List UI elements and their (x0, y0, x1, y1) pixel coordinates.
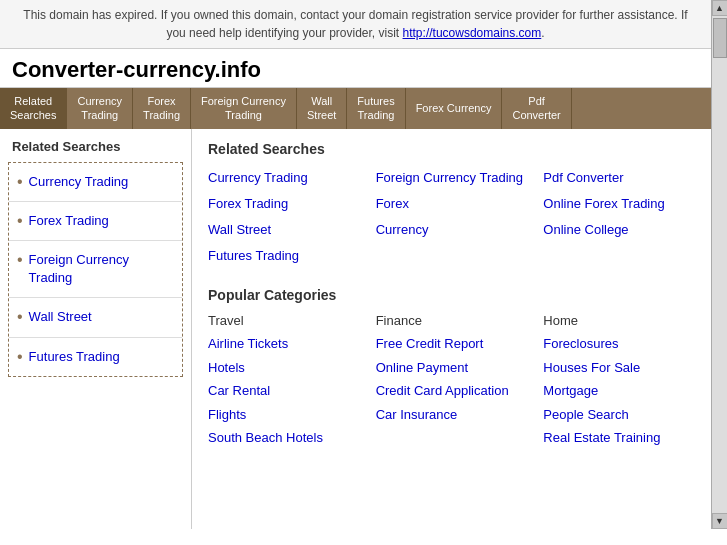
sidebar-link-futures-trading[interactable]: Futures Trading (29, 348, 120, 366)
popular-link-free-credit-report[interactable]: Free Credit Report (376, 332, 528, 356)
popular-link-mortgage[interactable]: Mortgage (543, 379, 695, 403)
related-link-online-forex-trading[interactable]: Online Forex Trading (543, 193, 695, 215)
bullet-icon: • (17, 213, 23, 229)
popular-link-car-insurance[interactable]: Car Insurance (376, 403, 528, 427)
list-item: • Futures Trading (9, 338, 182, 376)
popular-col-finance: Finance Free Credit Report Online Paymen… (376, 313, 528, 450)
related-link-forex[interactable]: Forex (376, 193, 528, 215)
nav-wall-street[interactable]: WallStreet (297, 88, 347, 129)
bullet-icon: • (17, 349, 23, 365)
travel-category-title: Travel (208, 313, 360, 328)
popular-link-people-search[interactable]: People Search (543, 403, 695, 427)
popular-link-hotels[interactable]: Hotels (208, 356, 360, 380)
popular-link-houses-for-sale[interactable]: Houses For Sale (543, 356, 695, 380)
popular-link-credit-card-application[interactable]: Credit Card Application (376, 379, 528, 403)
home-category-title: Home (543, 313, 695, 328)
bullet-icon: • (17, 174, 23, 190)
related-link-online-college[interactable]: Online College (543, 219, 695, 241)
bullet-icon: • (17, 309, 23, 325)
scroll-up-arrow[interactable]: ▲ (712, 0, 728, 16)
nav-foreign-currency-trading[interactable]: Foreign CurrencyTrading (191, 88, 297, 129)
related-link-futures-trading[interactable]: Futures Trading (208, 245, 360, 267)
popular-categories-title: Popular Categories (208, 287, 695, 303)
sidebar-title: Related Searches (0, 129, 191, 162)
related-link-foreign-currency-trading[interactable]: Foreign Currency Trading (376, 167, 528, 189)
top-banner: This domain has expired. If you owned th… (0, 0, 711, 49)
scroll-down-arrow[interactable]: ▼ (712, 513, 728, 529)
finance-category-title: Finance (376, 313, 528, 328)
popular-link-flights[interactable]: Flights (208, 403, 360, 427)
nav-forex-currency[interactable]: Forex Currency (406, 88, 503, 129)
nav-futures-trading[interactable]: FuturesTrading (347, 88, 405, 129)
scroll-thumb[interactable] (713, 18, 727, 58)
sidebar-link-currency-trading[interactable]: Currency Trading (29, 173, 129, 191)
related-link-forex-trading[interactable]: Forex Trading (208, 193, 360, 215)
list-item: • Forex Trading (9, 202, 182, 241)
sidebar-link-foreign-currency-trading[interactable]: Foreign Currency Trading (29, 251, 172, 287)
nav-forex-trading[interactable]: ForexTrading (133, 88, 191, 129)
popular-link-south-beach-hotels[interactable]: South Beach Hotels (208, 426, 360, 450)
popular-link-real-estate-training[interactable]: Real Estate Training (543, 426, 695, 450)
popular-col-home: Home Foreclosures Houses For Sale Mortga… (543, 313, 695, 450)
list-item: • Wall Street (9, 298, 182, 337)
popular-col-travel: Travel Airline Tickets Hotels Car Rental… (208, 313, 360, 450)
popular-link-online-payment[interactable]: Online Payment (376, 356, 528, 380)
related-link-currency-trading[interactable]: Currency Trading (208, 167, 360, 189)
sidebar-list: • Currency Trading • Forex Trading • For… (8, 162, 183, 377)
popular-link-foreclosures[interactable]: Foreclosures (543, 332, 695, 356)
sidebar-link-forex-trading[interactable]: Forex Trading (29, 212, 109, 230)
related-link-wall-street[interactable]: Wall Street (208, 219, 360, 241)
bullet-icon: • (17, 252, 23, 268)
scrollbar[interactable]: ▲ ▼ (711, 0, 727, 529)
related-searches-title: Related Searches (208, 141, 695, 157)
popular-link-car-rental[interactable]: Car Rental (208, 379, 360, 403)
banner-text: This domain has expired. If you owned th… (23, 8, 687, 40)
nav-bar: RelatedSearches CurrencyTrading ForexTra… (0, 88, 711, 129)
nav-currency-trading[interactable]: CurrencyTrading (67, 88, 133, 129)
site-title: Converter-currency.info (0, 49, 711, 88)
sidebar-link-wall-street[interactable]: Wall Street (29, 308, 92, 326)
related-searches-grid: Currency Trading Foreign Currency Tradin… (208, 167, 695, 268)
list-item: • Foreign Currency Trading (9, 241, 182, 298)
content-area: Related Searches Currency Trading Foreig… (192, 129, 711, 529)
popular-categories-grid: Travel Airline Tickets Hotels Car Rental… (208, 313, 695, 450)
main-layout: Related Searches • Currency Trading • Fo… (0, 129, 711, 529)
nav-related-searches[interactable]: RelatedSearches (0, 88, 67, 129)
related-link-pdf-converter[interactable]: Pdf Converter (543, 167, 695, 189)
popular-link-airline-tickets[interactable]: Airline Tickets (208, 332, 360, 356)
nav-pdf-converter[interactable]: PdfConverter (502, 88, 571, 129)
sidebar: Related Searches • Currency Trading • Fo… (0, 129, 192, 529)
banner-link[interactable]: http://tucowsdomains.com (403, 26, 542, 40)
related-link-currency[interactable]: Currency (376, 219, 528, 241)
list-item: • Currency Trading (9, 163, 182, 202)
